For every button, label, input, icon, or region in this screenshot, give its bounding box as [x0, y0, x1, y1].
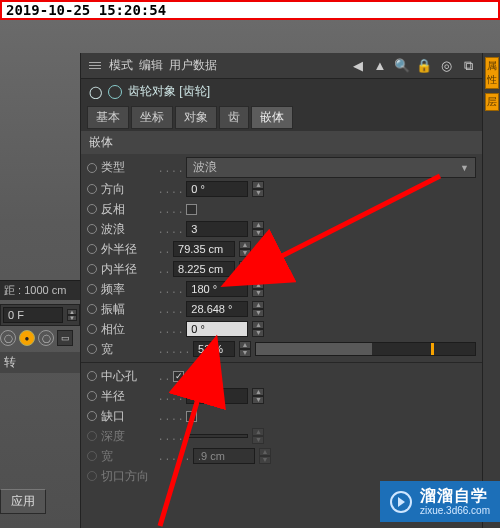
input-inner-radius[interactable]: 8.225 cm: [173, 261, 235, 277]
tab-layers-vertical[interactable]: 层: [485, 93, 499, 111]
section-inlay-header: 嵌体: [81, 131, 482, 154]
watermark-url: zixue.3d66.com: [420, 505, 490, 516]
label-cut-direction: 切口方向: [101, 468, 155, 485]
frame-input[interactable]: 0 F: [3, 307, 63, 323]
tab-attributes-vertical[interactable]: 属性: [485, 57, 499, 89]
chevron-down-icon: ▼: [460, 163, 469, 173]
input-outer-radius[interactable]: 79.35 cm: [173, 241, 235, 257]
label-center-hole: 中心孔: [101, 368, 155, 385]
gear-icon: [108, 85, 122, 99]
input-frequency[interactable]: 180 °: [186, 281, 248, 297]
keyframe-record-icon[interactable]: ●: [19, 330, 35, 346]
apply-button[interactable]: 应用: [0, 489, 46, 514]
new-tab-icon[interactable]: ⧉: [460, 58, 476, 74]
key-bullet[interactable]: [87, 344, 97, 354]
tab-teeth[interactable]: 齿: [219, 106, 249, 129]
timestamp-text: 2019-10-25 15:20:54: [6, 2, 166, 18]
label-frequency: 频率: [101, 281, 155, 298]
key-bullet[interactable]: [87, 184, 97, 194]
input-radius[interactable]: 7.935: [186, 388, 248, 404]
row-depth: 深度 . . . . ▲▼: [81, 426, 482, 446]
row-outer-radius: 外半径 . . 79.35 cm ▲▼: [81, 239, 482, 259]
row-type: 类型 . . . . 波浪 ▼: [81, 156, 482, 179]
key-bullet[interactable]: [87, 264, 97, 274]
tab-object[interactable]: 对象: [175, 106, 217, 129]
frame-spinner[interactable]: ▲▼: [67, 309, 77, 321]
object-collapse-icon[interactable]: ◯: [89, 85, 102, 99]
attribute-tabs: 基本 坐标 对象 齿 嵌体: [81, 104, 482, 131]
lock-icon[interactable]: 🔒: [416, 58, 432, 74]
nav-up-icon[interactable]: ▲: [372, 58, 388, 74]
timeline-icon-row: ◯ ● ◯ ▭: [0, 330, 80, 346]
panel-menu-bar: 模式 编辑 用户数据 ◀ ▲ 🔍 🔒 ◎ ⧉: [81, 53, 482, 79]
timestamp-bar: 2019-10-25 15:20:54: [0, 0, 500, 20]
row-direction: 方向 . . . . 0 ° ▲▼: [81, 179, 482, 199]
label-depth: 深度: [101, 428, 155, 445]
nav-back-icon[interactable]: ◀: [350, 58, 366, 74]
label-direction: 方向: [101, 181, 155, 198]
spinner[interactable]: ▲▼: [252, 181, 264, 197]
search-icon[interactable]: 🔍: [394, 58, 410, 74]
input-amplitude[interactable]: 28.648 °: [186, 301, 248, 317]
input-wave[interactable]: 3: [186, 221, 248, 237]
spinner[interactable]: ▲▼: [252, 388, 264, 404]
menu-user-data[interactable]: 用户数据: [169, 57, 217, 74]
row-notch: 缺口 . . . .: [81, 406, 482, 426]
key-bullet[interactable]: [87, 371, 97, 381]
section-rotate-label: 转: [0, 352, 80, 373]
key-bullet[interactable]: [87, 163, 97, 173]
watermark-brand: 溜溜自学: [420, 487, 490, 505]
key-bullet[interactable]: [87, 284, 97, 294]
menu-edit[interactable]: 编辑: [139, 57, 163, 74]
row-inner-radius: 内半径 . . 8.225 cm ▲▼: [81, 259, 482, 279]
row-center-hole: 中心孔 . . ✓: [81, 366, 482, 386]
tab-inlay[interactable]: 嵌体: [251, 106, 293, 129]
key-bullet: [87, 451, 97, 461]
spinner[interactable]: ▲▼: [252, 221, 264, 237]
spinner[interactable]: ▲▼: [239, 261, 251, 277]
checkbox-invert[interactable]: [186, 204, 197, 215]
dropdown-type-value: 波浪: [193, 159, 217, 176]
key-bullet[interactable]: [87, 411, 97, 421]
timeline-tool-icon[interactable]: ▭: [57, 330, 73, 346]
panel-menu-icon[interactable]: [87, 60, 103, 71]
checkbox-center-hole[interactable]: ✓: [173, 371, 184, 382]
key-bullet[interactable]: [87, 244, 97, 254]
play-icon: [390, 491, 412, 513]
input-phase[interactable]: 0 °: [186, 321, 248, 337]
row-width: 宽 . . . . . 53 % ▲▼: [81, 339, 482, 359]
row-width2: 宽 . . . . . .9 cm ▲▼: [81, 446, 482, 466]
label-width: 宽: [101, 341, 155, 358]
input-width[interactable]: 53 %: [193, 341, 235, 357]
separator: [81, 362, 482, 363]
keyframe-next-icon[interactable]: ◯: [38, 330, 54, 346]
key-bullet[interactable]: [87, 224, 97, 234]
key-bullet: [87, 471, 97, 481]
label-type: 类型: [101, 159, 155, 176]
label-radius: 半径: [101, 388, 155, 405]
spinner[interactable]: ▲▼: [239, 241, 251, 257]
checkbox-notch[interactable]: [186, 411, 197, 422]
apply-row: 应用: [0, 489, 80, 514]
key-bullet[interactable]: [87, 324, 97, 334]
distance-readout: 距 : 1000 cm: [0, 280, 80, 300]
spinner[interactable]: ▲▼: [252, 321, 264, 337]
dropdown-type[interactable]: 波浪 ▼: [186, 157, 476, 178]
input-direction[interactable]: 0 °: [186, 181, 248, 197]
spinner[interactable]: ▲▼: [252, 301, 264, 317]
row-radius: 半径 . . . . 7.935 ▲▼: [81, 386, 482, 406]
key-bullet[interactable]: [87, 391, 97, 401]
slider-width[interactable]: [255, 342, 476, 356]
spinner[interactable]: ▲▼: [252, 281, 264, 297]
frame-control[interactable]: 0 F ▲▼: [0, 304, 80, 326]
key-bullet[interactable]: [87, 204, 97, 214]
keyframe-prev-icon[interactable]: ◯: [0, 330, 16, 346]
tab-basic[interactable]: 基本: [87, 106, 129, 129]
key-bullet[interactable]: [87, 304, 97, 314]
target-icon[interactable]: ◎: [438, 58, 454, 74]
tab-coord[interactable]: 坐标: [131, 106, 173, 129]
attribute-panel: 模式 编辑 用户数据 ◀ ▲ 🔍 🔒 ◎ ⧉ ◯ 齿轮对象 [齿轮] 基本 坐标…: [80, 53, 482, 528]
menu-mode[interactable]: 模式: [109, 57, 133, 74]
label-inner-radius: 内半径: [101, 261, 155, 278]
spinner[interactable]: ▲▼: [239, 341, 251, 357]
